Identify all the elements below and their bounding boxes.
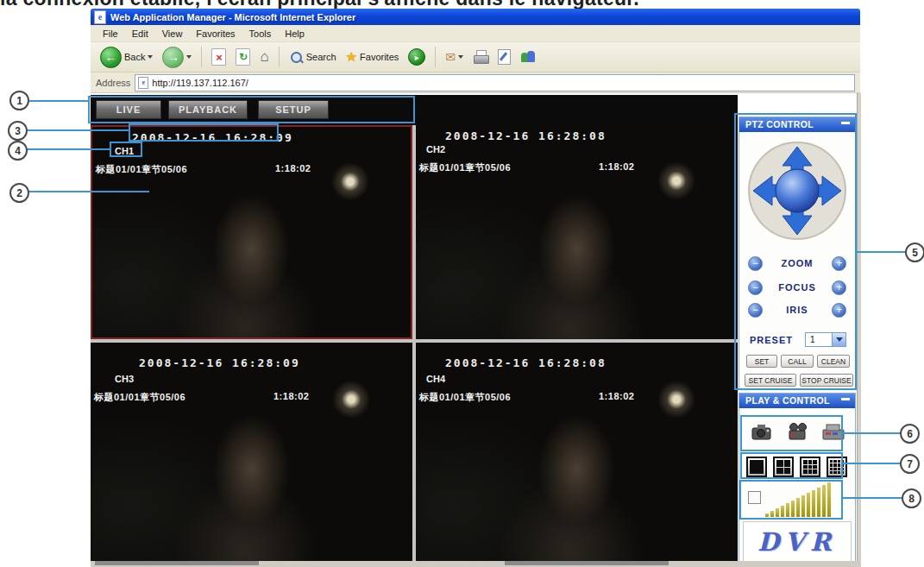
callout-6: 6 — [900, 424, 920, 444]
refresh-button[interactable]: ↻ — [233, 47, 253, 67]
osd-text: 标题01/01章节05/06 — [96, 163, 187, 176]
play-control-title: PLAY & CONTROL — [745, 395, 830, 406]
callout-line-4 — [27, 148, 110, 150]
channel-label: CH3 — [115, 374, 134, 384]
mail-button[interactable]: ✉ — [443, 48, 466, 66]
osd-time: 1:18:02 — [275, 163, 311, 173]
menu-favorites[interactable]: Favorites — [189, 27, 242, 41]
video-grid: 2008-12-16 16:28:09 CH1 标题01/01章节05/06 1… — [91, 125, 738, 561]
timestamp: 2008-12-16 16:28:08 — [445, 129, 607, 142]
dvr-logo: DVR — [757, 527, 837, 557]
home-button[interactable]: ⌂ — [257, 47, 271, 67]
media-button[interactable]: ▸ — [405, 47, 428, 67]
video-channel-3[interactable]: 2008-12-16 16:28:09 CH3 标题01/01章节05/06 1… — [91, 343, 412, 561]
callout-line-8 — [842, 497, 904, 499]
edit-icon — [498, 49, 511, 65]
callout-box-ptz-panel — [734, 113, 857, 390]
address-input[interactable]: e http://119.137.112.167/ — [135, 74, 855, 91]
callout-line-5 — [856, 251, 908, 253]
toolbar-separator — [279, 47, 280, 67]
toolbar-separator — [435, 47, 436, 67]
callout-line-1 — [28, 100, 89, 102]
callout-5: 5 — [905, 243, 924, 262]
forward-button[interactable]: → — [160, 45, 194, 70]
forward-icon: → — [162, 47, 184, 68]
dvr-logo-box: DVR — [743, 521, 852, 562]
toolbar: ← Back → × ↻ ⌂ Search ★ Favorites ▸ — [91, 42, 860, 72]
video-channel-2[interactable]: 2008-12-16 16:28:08 CH2 标题01/01章节05/06 1… — [416, 125, 738, 339]
callout-3: 3 — [8, 121, 28, 141]
channel-label: CH2 — [426, 144, 445, 154]
browser-titlebar: e Web Application Manager - Microsoft In… — [91, 9, 860, 25]
address-label: Address — [96, 78, 130, 88]
callout-line-2 — [28, 191, 149, 192]
back-icon: ← — [100, 47, 122, 68]
window-title: Web Application Manager - Microsoft Inte… — [110, 12, 355, 22]
scrollbar-fragment — [505, 561, 669, 565]
address-url: http://119.137.112.167/ — [152, 78, 248, 88]
osd-text: 标题01/01章节05/06 — [94, 391, 185, 404]
osd-text: 标题01/01章节05/06 — [419, 161, 511, 174]
page-icon: e — [138, 77, 148, 89]
menu-file[interactable]: File — [96, 27, 125, 41]
favorites-button[interactable]: ★ Favorites — [343, 47, 402, 66]
callout-2: 2 — [9, 183, 29, 203]
address-bar: Address e http://119.137.112.167/ — [91, 72, 860, 93]
favorites-icon: ★ — [346, 49, 357, 65]
callout-box-volume — [739, 480, 843, 520]
stop-icon: × — [211, 48, 226, 66]
search-label: Search — [306, 52, 336, 62]
toolbar-separator — [201, 47, 202, 67]
callout-4: 4 — [8, 141, 28, 161]
menu-edit[interactable]: Edit — [125, 27, 155, 41]
back-dropdown-icon — [148, 55, 153, 59]
callout-1: 1 — [9, 91, 29, 110]
timestamp: 2008-12-16 16:28:09 — [139, 356, 300, 369]
callout-box-channel-label — [110, 142, 142, 157]
edit-button[interactable] — [495, 47, 513, 66]
callout-7: 7 — [900, 454, 920, 474]
mail-dropdown-icon — [458, 55, 463, 59]
callout-line-7 — [842, 463, 902, 464]
callout-box-playback-icons — [740, 415, 843, 451]
play-control-header: PLAY & CONTROL — [739, 394, 855, 408]
callout-box-tabs — [88, 96, 415, 123]
messenger-button[interactable] — [518, 48, 538, 66]
back-label: Back — [124, 52, 145, 62]
print-icon — [473, 50, 488, 64]
print-button[interactable] — [470, 48, 491, 66]
osd-time: 1:18:02 — [599, 391, 634, 401]
timestamp: 2008-12-16 16:28:08 — [445, 356, 607, 369]
back-button[interactable]: ← Back — [97, 45, 155, 70]
ie-icon: e — [94, 10, 106, 24]
callout-box-view-buttons — [740, 452, 843, 479]
callout-box-timestamp — [129, 123, 279, 142]
menu-bar: File Edit View Favorites Tools Help — [91, 25, 860, 42]
menu-tools[interactable]: Tools — [242, 27, 279, 41]
search-icon — [289, 50, 304, 65]
stop-button[interactable]: × — [209, 47, 229, 67]
osd-time: 1:18:02 — [599, 161, 634, 172]
media-icon: ▸ — [408, 48, 425, 66]
scrollbar-fragment — [95, 561, 259, 565]
messenger-icon — [520, 50, 536, 64]
osd-time: 1:18:02 — [273, 391, 309, 401]
osd-text: 标题01/01章节05/06 — [419, 391, 511, 404]
search-button[interactable]: Search — [286, 48, 339, 66]
video-channel-4[interactable]: 2008-12-16 16:28:08 CH4 标题01/01章节05/06 1… — [416, 343, 738, 561]
menu-help[interactable]: Help — [278, 27, 311, 41]
minimize-button[interactable] — [841, 398, 850, 400]
mail-icon: ✉ — [445, 50, 456, 64]
callout-line-3 — [27, 129, 129, 131]
refresh-icon: ↻ — [236, 48, 250, 66]
callout-line-6 — [842, 432, 902, 434]
menu-view[interactable]: View — [155, 27, 190, 41]
home-icon: ⌂ — [260, 48, 268, 66]
forward-dropdown-icon — [186, 55, 192, 59]
window-right-edge — [857, 93, 861, 567]
favorites-label: Favorites — [360, 52, 399, 62]
manual-page: la connexion établie, l'écran principal … — [0, 0, 924, 567]
video-channel-1[interactable]: 2008-12-16 16:28:09 CH1 标题01/01章节05/06 1… — [91, 125, 412, 339]
callout-8: 8 — [902, 488, 921, 508]
channel-label: CH4 — [426, 374, 445, 384]
